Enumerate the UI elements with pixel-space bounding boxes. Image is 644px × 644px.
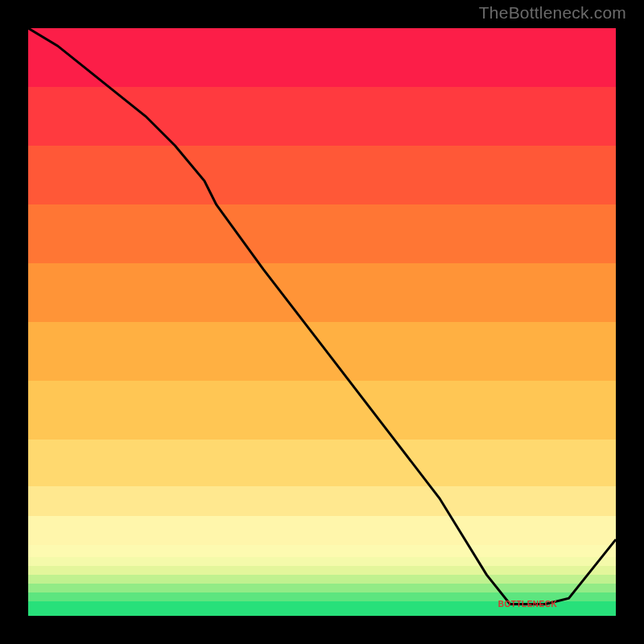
- bottleneck-marker-label: BOTTLENECK: [498, 600, 557, 609]
- plot-area: BOTTLENECK: [28, 28, 616, 616]
- attribution-text: TheBottleneck.com: [479, 3, 626, 23]
- series-line: [28, 28, 616, 604]
- chart-overlay: [28, 28, 616, 616]
- chart-container: TheBottleneck.com BOTTLENECK: [0, 0, 644, 644]
